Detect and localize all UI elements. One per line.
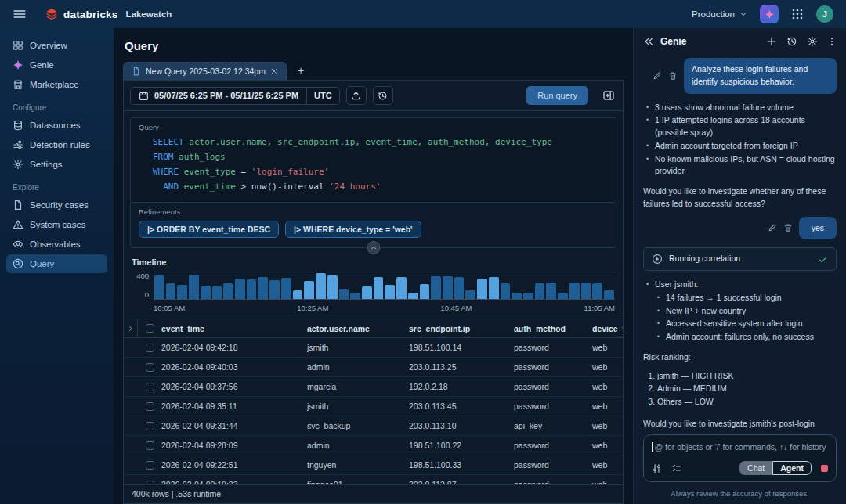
date-range-picker[interactable]: 05/07/25 6:25 PM - 05/11/25 6:25 PM	[131, 88, 306, 104]
table-row[interactable]: 2026-02-04 09:42:18jsmith198.51.100.14pa…	[124, 338, 623, 358]
timeline-bar[interactable]	[592, 283, 602, 299]
timeline-bar[interactable]	[420, 284, 430, 299]
genie-assistant-button[interactable]	[760, 5, 779, 23]
timeline-bar[interactable]	[546, 283, 556, 299]
timeline-bar[interactable]	[501, 283, 511, 299]
row-checkbox[interactable]	[146, 402, 154, 411]
timeline-bar[interactable]	[535, 283, 545, 299]
row-checkbox[interactable]	[146, 441, 154, 450]
refinement-pill[interactable]: |> WHERE device_type = 'web'	[285, 221, 421, 238]
timeline-bar[interactable]	[201, 286, 211, 299]
column-header[interactable]: actor.user.name	[307, 324, 409, 333]
column-header[interactable]: src_endpoint.ip	[409, 324, 514, 333]
timeline-bar[interactable]	[339, 289, 349, 299]
column-header[interactable]: event_time	[161, 324, 307, 333]
column-header[interactable]: device_type	[592, 324, 623, 333]
sidebar-item-datasources[interactable]: Datasources	[6, 116, 107, 135]
timeline-bar[interactable]	[362, 286, 372, 299]
timeline-bar[interactable]	[465, 290, 475, 299]
timeline-bar[interactable]	[223, 283, 233, 299]
table-row[interactable]: 2026-02-04 09:40:03admin203.0.113.25pass…	[124, 358, 623, 377]
timeline-bar[interactable]	[523, 293, 533, 300]
refinement-pill[interactable]: |> ORDER BY event_time DESC	[139, 221, 279, 238]
timeline-bar[interactable]	[396, 277, 407, 299]
table-row[interactable]: 2026-02-04 09:31:44svc_backup203.0.113.1…	[124, 416, 623, 436]
timeline-bar[interactable]	[443, 276, 453, 299]
column-header[interactable]: auth_method	[514, 324, 592, 333]
table-row[interactable]: 2026-02-04 09:35:11jsmith203.0.113.45pas…	[124, 397, 623, 416]
timeline-bar[interactable]	[604, 290, 614, 299]
kebab-menu-icon[interactable]	[827, 36, 837, 47]
history-button[interactable]	[373, 86, 393, 105]
row-checkbox[interactable]	[146, 383, 154, 391]
timeline-bar[interactable]	[477, 279, 487, 299]
stop-button[interactable]	[821, 465, 828, 472]
timeline-bar[interactable]	[258, 277, 268, 299]
run-query-button[interactable]: Run query	[526, 86, 588, 105]
row-checkbox[interactable]	[146, 461, 154, 470]
timezone-selector[interactable]: UTC	[306, 88, 339, 104]
running-correlation-card[interactable]: Running correlation	[643, 247, 837, 271]
expand-panel-icon[interactable]	[602, 89, 615, 102]
timeline-bar[interactable]	[281, 278, 291, 299]
row-checkbox[interactable]	[146, 344, 154, 352]
share-button[interactable]	[346, 86, 367, 105]
checklist-icon[interactable]	[671, 463, 682, 473]
mode-agent-button[interactable]: Agent	[772, 461, 812, 475]
sidebar-item-system[interactable]: System cases	[6, 215, 107, 234]
delete-message-icon[interactable]	[783, 223, 793, 232]
collapse-editor-button[interactable]	[367, 241, 380, 254]
row-checkbox[interactable]	[146, 422, 154, 430]
timeline-bar[interactable]	[454, 277, 465, 299]
chat-history-icon[interactable]	[786, 36, 797, 47]
timeline-bar[interactable]	[316, 273, 326, 299]
timeline-bar[interactable]	[489, 277, 499, 299]
timeline-bar[interactable]	[304, 281, 314, 299]
timeline-bar[interactable]	[374, 277, 384, 299]
timeline-bar[interactable]	[166, 283, 176, 299]
user-avatar[interactable]: J	[816, 5, 833, 23]
edit-message-icon[interactable]	[768, 223, 777, 232]
environment-selector[interactable]: Production	[692, 9, 747, 19]
genie-settings-icon[interactable]	[807, 36, 818, 47]
select-all-checkbox[interactable]	[146, 324, 154, 333]
hamburger-menu-icon[interactable]	[13, 7, 27, 21]
sidebar-item-detection[interactable]: Detection rules	[6, 135, 107, 154]
sidebar-item-genie[interactable]: Genie	[6, 56, 107, 74]
timeline-bar[interactable]	[581, 283, 591, 299]
new-chat-icon[interactable]	[766, 36, 777, 47]
row-checkbox[interactable]	[146, 363, 154, 372]
sidebar-item-marketplace[interactable]: Marketplace	[6, 75, 107, 94]
timeline-bar[interactable]	[512, 293, 522, 299]
timeline-bar[interactable]	[293, 290, 303, 299]
sidebar-item-overview[interactable]: Overview	[6, 36, 107, 55]
timeline-bar[interactable]	[569, 283, 580, 299]
timeline-bar[interactable]	[177, 285, 187, 299]
timeline-bar[interactable]	[189, 275, 199, 299]
table-row[interactable]: 2026-02-04 09:19:33finance01203.0.113.87…	[124, 475, 623, 484]
genie-input-box[interactable]: @ for objects or '/' for commands, ↑↓ fo…	[643, 434, 837, 482]
genie-input-placeholder[interactable]: @ for objects or '/' for commands, ↑↓ fo…	[652, 442, 828, 452]
delete-message-icon[interactable]	[668, 71, 678, 81]
expand-row-icon[interactable]	[127, 325, 135, 333]
timeline-bar[interactable]	[350, 293, 360, 299]
mode-chat-button[interactable]: Chat	[739, 461, 772, 475]
collapse-panel-icon[interactable]	[643, 36, 654, 47]
sliders-icon[interactable]	[652, 463, 662, 473]
sidebar-item-observables[interactable]: Observables	[6, 235, 107, 254]
timeline-bar[interactable]	[385, 285, 395, 299]
timeline-bar[interactable]	[408, 293, 418, 299]
timeline-bar[interactable]	[247, 279, 257, 300]
sidebar-item-query[interactable]: Query	[6, 254, 107, 273]
sql-editor[interactable]: Query SELECT actor.user.name, src_endpoi…	[130, 117, 616, 203]
databricks-logo[interactable]: databricks	[45, 8, 118, 20]
close-tab-icon[interactable]	[270, 67, 278, 75]
sidebar-item-settings[interactable]: Settings	[6, 155, 107, 174]
sidebar-item-security[interactable]: Security cases	[6, 196, 107, 214]
apps-grid-icon[interactable]	[791, 8, 804, 20]
edit-message-icon[interactable]	[653, 71, 662, 81]
timeline-bar[interactable]	[558, 293, 568, 300]
query-tab[interactable]: New Query 2025-03-02 12:34pm	[123, 62, 287, 80]
table-row[interactable]: 2026-02-04 09:22:51tnguyen198.51.100.33p…	[124, 455, 623, 475]
table-row[interactable]: 2026-02-04 09:28:09admin198.51.100.22pas…	[124, 436, 623, 455]
